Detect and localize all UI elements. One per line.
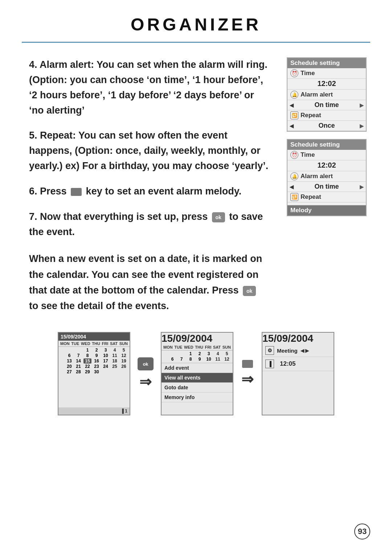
screen1-title: 15/09/2004 xyxy=(58,333,130,341)
panel-1-alarm-row: 🔔 Alarm alert xyxy=(287,90,366,100)
calendar-grid-1: 1 2 3 4 5 6 7 8 9 10 11 12 13 14 15 16 1… xyxy=(58,347,130,376)
step-7: 7. Now that everything is set up, press … xyxy=(29,209,269,240)
menu-item-goto-date[interactable]: Goto date xyxy=(162,383,233,393)
panel-1-alarm-value: On time xyxy=(294,101,360,109)
ok-graphic-1: ok ⇒ xyxy=(138,357,154,390)
step-4: 4. Alarm alert: You can set when the ala… xyxy=(29,57,269,118)
event-icon: ⚙ xyxy=(265,346,274,355)
step-5: 5. Repeat: You can set how often the eve… xyxy=(29,128,269,174)
alarm-icon-1: 🔔 xyxy=(290,91,298,99)
panel-1-repeat-value: Once xyxy=(294,122,360,130)
panel-1-title: Schedule setting xyxy=(287,58,366,68)
event-time-row: ▐ 12:05 xyxy=(262,357,334,371)
left-arrow-1: ◀ xyxy=(290,102,294,108)
clock-icon-2: ⏰ xyxy=(290,151,298,159)
panel-1-time-label: Time xyxy=(301,70,315,77)
menu-item-add-event[interactable]: Add event xyxy=(162,363,233,373)
schedule-panel-1: Schedule setting ⏰ Time 12:02 🔔 Alarm al… xyxy=(287,57,367,132)
step-6: 6. Press key to set an event alarm melod… xyxy=(29,184,269,199)
panel-1-repeat-value-row: ◀ Once ▶ xyxy=(287,121,366,131)
event-nav-arrows: ◀ ▶ xyxy=(301,348,309,353)
cal-row-2: 6 7 8 9 10 11 12 xyxy=(60,353,128,358)
pencil-icon xyxy=(71,188,82,196)
schedule-panel-2: Schedule setting ⏰ Time 12:02 🔔 Alarm al… xyxy=(287,139,367,216)
calendar-screen-1: 15/09/2004 MON TUE WED THU FRI SAT SUN 1… xyxy=(58,332,130,415)
page-header: ORGANIZER xyxy=(0,0,392,38)
event-row: ⚙ Meeting ◀ ▶ xyxy=(262,344,334,357)
panel-2-time-value: 12:02 xyxy=(287,160,366,171)
panel-2-melody-row: Melody xyxy=(287,205,366,216)
right-arrow-1: ▶ xyxy=(360,102,364,108)
panel-2-time-row: ⏰ Time xyxy=(287,150,366,160)
clock-icon-1: ⏰ xyxy=(290,69,298,77)
cal-row-5: 27 28 29 30 xyxy=(60,369,128,374)
memory-icon-1: ▐ 1 xyxy=(121,409,127,414)
ok-button-icon-2: ok xyxy=(243,286,256,296)
panel-1-time-row: ⏰ Time xyxy=(287,68,366,79)
panel-1-repeat-row: 🔁 Repeat xyxy=(287,110,366,121)
left-arrow-3: ◀ xyxy=(290,184,294,190)
page-title: ORGANIZER xyxy=(0,15,392,34)
step-4-number: 4. Alarm alert xyxy=(29,59,91,70)
ok-graphic-2: ⇒ xyxy=(241,360,254,387)
panel-2-title: Schedule setting xyxy=(287,140,366,150)
panel-2-alarm-value-row: ◀ On time ▶ xyxy=(287,182,366,192)
right-arrow-2: ▶ xyxy=(360,123,364,129)
panel-2-alarm-label: Alarm alert xyxy=(301,173,333,180)
ok-button-1: ok xyxy=(138,357,154,370)
right-arrow-3: ▶ xyxy=(360,184,364,190)
panel-1-time-value: 12:02 xyxy=(287,79,366,90)
menu-item-view-all[interactable]: View all events xyxy=(162,373,233,383)
panel-2-repeat-row: 🔁 Repeat xyxy=(287,192,366,202)
repeat-icon-1: 🔁 xyxy=(290,111,298,119)
event-name: Meeting xyxy=(277,348,298,354)
content-area: 4. Alarm alert: You can set when the ala… xyxy=(0,43,392,314)
event-screen: 15/09/2004 ⚙ Meeting ◀ ▶ ▐ 12:05 xyxy=(262,332,334,415)
panel-2-time-label: Time xyxy=(301,151,315,159)
panel-1-alarm-value-row: ◀ On time ▶ xyxy=(287,100,366,110)
event-type-icon: ▐ xyxy=(265,360,274,368)
ok-button-icon: ok xyxy=(212,212,225,222)
panel-2-alarm-row: 🔔 Alarm alert xyxy=(287,171,366,182)
cal-row-3: 13 14 15 16 17 18 19 xyxy=(60,358,128,364)
screen1-bottom-bar: ▐ 1 xyxy=(58,407,130,415)
days-header-1: MON TUE WED THU FRI SAT SUN xyxy=(58,341,130,347)
screen2-title: 15/09/2004 xyxy=(162,333,233,344)
note-paragraph: When a new event is set on a date, it is… xyxy=(29,251,269,314)
cal-row-4: 20 21 22 23 24 25 26 xyxy=(60,364,128,369)
arrow-2: ⇒ xyxy=(241,371,254,387)
menu-cal-row: 1 2 3 4 5 6 7 8 9 10 11 12 xyxy=(162,350,233,363)
event-time: 12:05 xyxy=(277,359,298,369)
menu-screen: 15/09/2004 MON TUE WED THU FRI SAT SUN 1… xyxy=(161,332,233,415)
panel-1-alarm-label: Alarm alert xyxy=(301,91,333,98)
arrow-1: ⇒ xyxy=(139,373,152,390)
screen3-title: 15/09/2004 xyxy=(262,333,334,344)
repeat-icon-2: 🔁 xyxy=(290,193,298,201)
repeat-spacer xyxy=(287,202,366,205)
days-header-2: MON TUE WED THU FRI SAT SUN xyxy=(162,344,233,350)
panel-1-repeat-label: Repeat xyxy=(301,112,321,119)
panel-2-alarm-value: On time xyxy=(294,183,360,190)
panel-2-repeat-label: Repeat xyxy=(301,193,321,201)
text-column: 4. Alarm alert: You can set when the ala… xyxy=(29,57,276,314)
alarm-icon-2: 🔔 xyxy=(290,172,298,180)
screenshots-section: 15/09/2004 MON TUE WED THU FRI SAT SUN 1… xyxy=(0,314,392,415)
left-arrow-2: ◀ xyxy=(290,123,294,129)
panels-column: Schedule setting ⏰ Time 12:02 🔔 Alarm al… xyxy=(287,57,370,216)
pencil-icon-2 xyxy=(242,360,253,368)
page-number: 93 xyxy=(354,524,370,539)
menu-item-memory-info[interactable]: Memory info xyxy=(162,393,233,402)
step-5-label: Repeat xyxy=(40,130,73,141)
cal-row-1: 1 2 3 4 5 xyxy=(60,348,128,353)
